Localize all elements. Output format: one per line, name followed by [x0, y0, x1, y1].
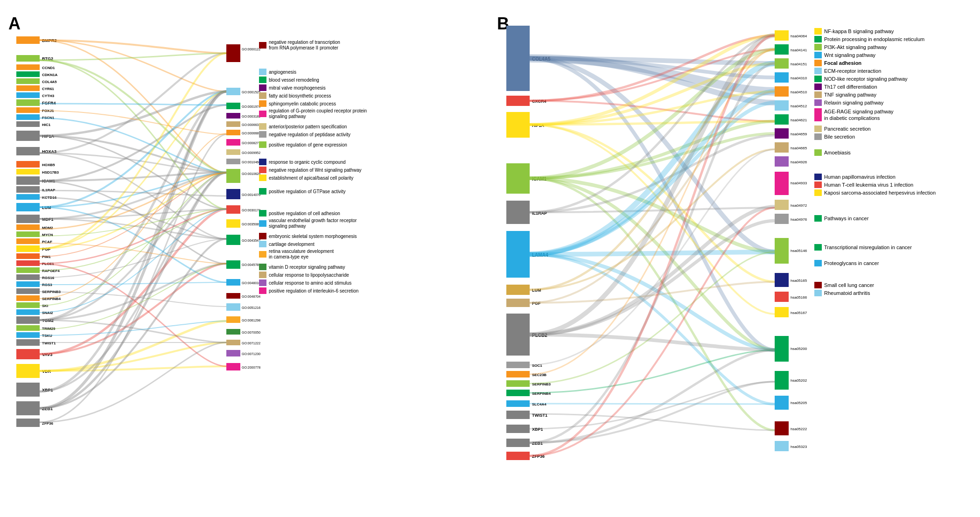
- svg-rect-56: [16, 281, 40, 287]
- svg-text:GO:0009952: GO:0009952: [242, 151, 260, 154]
- svg-rect-204: [775, 396, 789, 410]
- svg-text:hsa04621: hsa04621: [791, 118, 807, 122]
- svg-rect-78: [16, 383, 40, 397]
- svg-rect-26: [16, 161, 40, 168]
- svg-rect-112: [226, 260, 240, 269]
- svg-text:hsa04510: hsa04510: [791, 90, 807, 94]
- svg-text:hsa05205: hsa05205: [791, 401, 807, 405]
- svg-rect-70: [16, 332, 40, 338]
- svg-rect-160: [506, 425, 530, 433]
- svg-text:HSD17B3: HSD17B3: [42, 170, 59, 175]
- svg-rect-128: [226, 363, 240, 370]
- svg-rect-98: [226, 149, 240, 155]
- svg-rect-84: [226, 44, 240, 62]
- svg-text:hsa04926: hsa04926: [791, 160, 807, 164]
- svg-text:CYR61: CYR61: [42, 87, 54, 91]
- svg-rect-116: [226, 293, 240, 299]
- svg-rect-0: [16, 36, 40, 44]
- svg-rect-164: [506, 452, 530, 460]
- svg-rect-46: [16, 245, 40, 252]
- svg-rect-40: [16, 224, 40, 230]
- svg-rect-66: [16, 316, 40, 324]
- svg-rect-142: [506, 285, 530, 295]
- svg-text:GO:0035089: GO:0035089: [242, 223, 260, 226]
- svg-rect-146: [506, 314, 530, 356]
- svg-rect-138: [506, 201, 530, 224]
- svg-rect-48: [16, 253, 40, 259]
- svg-text:hsa04972: hsa04972: [791, 203, 807, 208]
- svg-text:hsa04665: hsa04665: [791, 146, 807, 150]
- svg-rect-154: [506, 390, 530, 396]
- svg-text:GO:2000778: GO:2000778: [242, 366, 260, 369]
- svg-text:GO:0048010: GO:0048010: [242, 281, 260, 285]
- svg-rect-208: [775, 441, 789, 451]
- svg-rect-156: [506, 400, 530, 407]
- svg-rect-20: [16, 121, 40, 127]
- svg-rect-8: [16, 78, 40, 84]
- svg-text:hsa04976: hsa04976: [791, 217, 807, 222]
- svg-rect-190: [775, 214, 789, 224]
- svg-text:GO:0001525: GO:0001525: [242, 91, 260, 94]
- svg-rect-172: [775, 72, 789, 83]
- svg-rect-60: [16, 295, 40, 301]
- svg-rect-158: [506, 411, 530, 419]
- svg-text:GO:0010628: GO:0010628: [242, 172, 260, 175]
- svg-rect-54: [16, 274, 40, 280]
- svg-rect-162: [506, 439, 530, 447]
- svg-rect-170: [775, 58, 789, 69]
- svg-rect-16: [16, 107, 40, 113]
- svg-rect-184: [775, 156, 789, 167]
- svg-text:GO:0003185: GO:0003185: [242, 115, 260, 118]
- svg-rect-198: [775, 307, 789, 317]
- svg-rect-134: [506, 112, 530, 138]
- svg-text:hsa05202: hsa05202: [791, 378, 807, 383]
- svg-rect-64: [16, 309, 40, 315]
- svg-rect-58: [16, 288, 40, 294]
- svg-rect-2: [16, 55, 40, 62]
- svg-text:hsa04141: hsa04141: [791, 48, 807, 52]
- svg-rect-52: [16, 267, 40, 273]
- svg-rect-144: [506, 299, 530, 307]
- svg-rect-50: [16, 260, 40, 266]
- svg-text:GO:0043547: GO:0043547: [242, 239, 260, 242]
- svg-rect-102: [226, 169, 240, 183]
- svg-rect-206: [775, 421, 789, 435]
- svg-text:CCND1: CCND1: [42, 66, 55, 70]
- svg-rect-42: [16, 231, 40, 237]
- svg-rect-186: [775, 172, 789, 195]
- panel-a-legend: negative regulation of transcriptionfrom…: [259, 40, 483, 295]
- svg-rect-100: [226, 159, 240, 164]
- svg-rect-12: [16, 92, 40, 98]
- svg-text:hsa04151: hsa04151: [791, 62, 807, 66]
- svg-rect-90: [226, 113, 240, 119]
- svg-rect-32: [16, 186, 40, 193]
- svg-rect-38: [16, 215, 40, 223]
- svg-text:HOXB5: HOXB5: [42, 163, 55, 167]
- svg-rect-188: [775, 200, 789, 210]
- svg-rect-4: [16, 64, 40, 70]
- svg-text:GO:0071230: GO:0071230: [242, 352, 260, 356]
- svg-text:hsa05166: hsa05166: [791, 295, 807, 300]
- svg-rect-18: [16, 114, 40, 120]
- svg-rect-196: [775, 292, 789, 302]
- svg-text:CDKN1A: CDKN1A: [42, 73, 58, 77]
- svg-rect-106: [226, 205, 240, 214]
- svg-text:GO:0045785: GO:0045785: [242, 263, 260, 266]
- svg-text:hsa04933: hsa04933: [791, 181, 807, 185]
- svg-rect-86: [226, 88, 240, 95]
- svg-text:GO:0006685: GO:0006685: [242, 132, 260, 135]
- svg-text:GO:0030178: GO:0030178: [242, 209, 260, 212]
- svg-text:GO:0008277: GO:0008277: [242, 141, 260, 145]
- svg-rect-68: [16, 325, 40, 331]
- svg-text:hsa05222: hsa05222: [791, 427, 807, 431]
- svg-rect-194: [775, 273, 789, 287]
- svg-text:TWIST1: TWIST1: [42, 341, 56, 345]
- svg-text:hsa04310: hsa04310: [791, 76, 807, 80]
- svg-text:COL4A5: COL4A5: [42, 80, 57, 84]
- svg-text:hsa05323: hsa05323: [791, 445, 807, 449]
- svg-rect-96: [226, 139, 240, 146]
- svg-text:GO:0010466: GO:0010466: [242, 161, 260, 164]
- svg-rect-76: [16, 364, 40, 378]
- svg-rect-94: [226, 130, 240, 135]
- svg-text:hsa05146: hsa05146: [791, 249, 807, 253]
